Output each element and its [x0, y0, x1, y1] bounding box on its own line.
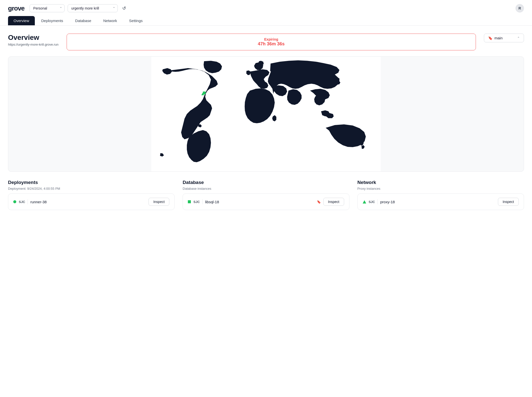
- refresh-button[interactable]: ↺: [121, 4, 127, 13]
- database-bookmark-icon: 🔖: [317, 200, 321, 204]
- network-name: proxy-18: [380, 200, 495, 204]
- divider: [28, 199, 28, 204]
- tab-deployments[interactable]: Deployments: [36, 16, 69, 25]
- avatar[interactable]: R: [515, 4, 524, 13]
- tab-database[interactable]: Database: [70, 16, 97, 25]
- logo: grove: [8, 5, 25, 12]
- divider: [202, 199, 203, 204]
- tab-network[interactable]: Network: [98, 16, 122, 25]
- divider: [377, 199, 378, 204]
- branch-name: main: [494, 36, 515, 40]
- overview-title-block: Overview https://urgently-more-krill.gro…: [8, 34, 59, 46]
- workspace-select[interactable]: Personal: [30, 4, 65, 12]
- database-location: SJC: [193, 200, 200, 204]
- header-top: grove Personal ⌃ urgently more krill ⌃ ↺…: [8, 4, 524, 13]
- page-title: Overview: [8, 34, 59, 42]
- project-select[interactable]: urgently more krill: [68, 4, 118, 12]
- network-inspect-button[interactable]: Inspect: [498, 198, 519, 206]
- database-card: SJC libsql-18 🔖 Inspect: [183, 193, 349, 210]
- workspace-select-wrapper: Personal ⌃: [30, 4, 65, 12]
- deployment-date: Deployment: 9/24/2024, 4:00:55 PM: [8, 187, 175, 190]
- database-title: Database: [183, 180, 349, 185]
- deployment-status-dot: [13, 200, 16, 203]
- expiry-time: 47h 36m 36s: [73, 41, 470, 47]
- project-url: https://urgently-more-krill.grove.run: [8, 43, 59, 46]
- database-status-square: [188, 200, 191, 203]
- overview-header: Overview https://urgently-more-krill.gro…: [8, 34, 524, 50]
- header: grove Personal ⌃ urgently more krill ⌃ ↺…: [0, 0, 532, 26]
- tab-settings[interactable]: Settings: [123, 16, 148, 25]
- tab-overview[interactable]: Overview: [8, 16, 35, 25]
- deployments-section: Deployments Deployment: 9/24/2024, 4:00:…: [8, 180, 175, 210]
- world-map: [8, 56, 524, 172]
- network-section: Network Proxy instances SJC proxy-18 Ins…: [357, 180, 524, 210]
- map-svg: [8, 57, 524, 171]
- network-title: Network: [357, 180, 524, 185]
- expiry-label: Expiring: [73, 37, 470, 41]
- branch-selector[interactable]: 🔖 main ⌃: [484, 34, 524, 42]
- deployment-card: SJC runner-38 Inspect: [8, 193, 175, 210]
- deployment-name: runner-38: [30, 200, 146, 204]
- database-section: Database Database instances SJC libsql-1…: [183, 180, 349, 210]
- network-location: SJC: [369, 200, 375, 204]
- main-content: Overview https://urgently-more-krill.gro…: [0, 26, 532, 220]
- database-subtitle: Database instances: [183, 187, 349, 190]
- database-inspect-button[interactable]: Inspect: [323, 198, 344, 206]
- database-name: libsql-18: [205, 200, 314, 204]
- branch-bookmark-icon: 🔖: [488, 36, 492, 40]
- project-select-wrapper: urgently more krill ⌃: [68, 4, 118, 12]
- nav-tabs: Overview Deployments Database Network Se…: [8, 16, 524, 25]
- deployments-title: Deployments: [8, 180, 175, 185]
- branch-chevron-icon: ⌃: [517, 36, 520, 40]
- network-card: SJC proxy-18 Inspect: [357, 193, 524, 210]
- deployment-inspect-button[interactable]: Inspect: [149, 198, 169, 206]
- network-subtitle: Proxy instances: [357, 187, 524, 190]
- expiry-banner: Expiring 47h 36m 36s: [67, 34, 476, 50]
- bottom-sections: Deployments Deployment: 9/24/2024, 4:00:…: [8, 180, 524, 210]
- network-status-triangle: [363, 200, 366, 204]
- deployment-location: SJC: [19, 200, 25, 204]
